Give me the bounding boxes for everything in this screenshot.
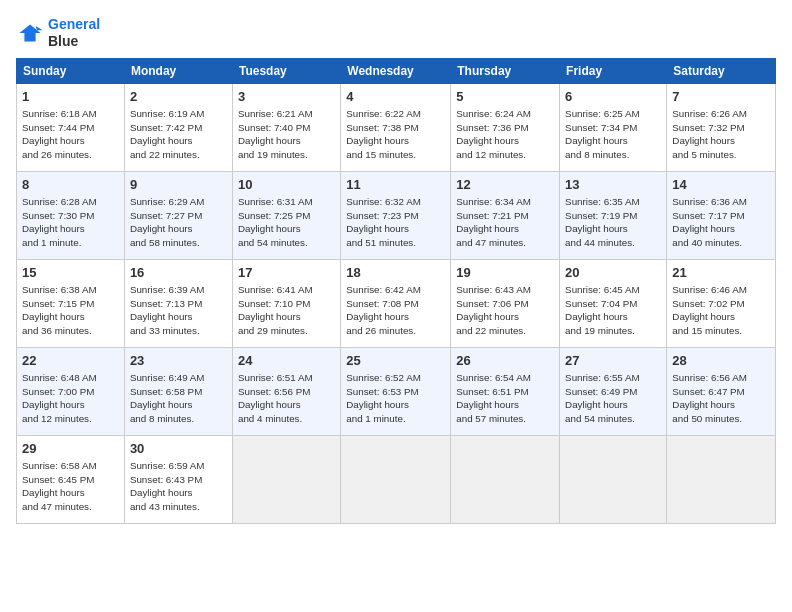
day-number: 12 (456, 176, 554, 194)
day-number: 21 (672, 264, 770, 282)
page-container: General Blue SundayMondayTuesdayWednesda… (0, 0, 792, 532)
cell-sunset: Sunset: 7:19 PM (565, 210, 637, 221)
weekday-header-row: SundayMondayTuesdayWednesdayThursdayFrid… (17, 58, 776, 83)
day-number: 13 (565, 176, 661, 194)
cell-daylight-value: and 29 minutes. (238, 325, 308, 336)
cell-sunset: Sunset: 7:38 PM (346, 122, 418, 133)
cell-sunset: Sunset: 7:02 PM (672, 298, 744, 309)
calendar-cell: 28Sunrise: 6:56 AMSunset: 6:47 PMDayligh… (667, 347, 776, 435)
calendar-cell: 7Sunrise: 6:26 AMSunset: 7:32 PMDaylight… (667, 83, 776, 171)
cell-sunset: Sunset: 6:43 PM (130, 474, 202, 485)
calendar-cell: 21Sunrise: 6:46 AMSunset: 7:02 PMDayligh… (667, 259, 776, 347)
calendar-cell: 16Sunrise: 6:39 AMSunset: 7:13 PMDayligh… (124, 259, 232, 347)
cell-daylight-label: Daylight hours (22, 135, 85, 146)
day-number: 9 (130, 176, 227, 194)
day-number: 4 (346, 88, 445, 106)
cell-daylight-label: Daylight hours (346, 223, 409, 234)
cell-daylight-label: Daylight hours (130, 399, 193, 410)
cell-daylight-label: Daylight hours (456, 135, 519, 146)
cell-sunrise: Sunrise: 6:43 AM (456, 284, 531, 295)
cell-daylight-label: Daylight hours (238, 311, 301, 322)
cell-daylight-value: and 26 minutes. (22, 149, 92, 160)
calendar-cell: 5Sunrise: 6:24 AMSunset: 7:36 PMDaylight… (451, 83, 560, 171)
cell-sunrise: Sunrise: 6:36 AM (672, 196, 747, 207)
cell-sunset: Sunset: 7:00 PM (22, 386, 94, 397)
cell-daylight-value: and 26 minutes. (346, 325, 416, 336)
cell-sunrise: Sunrise: 6:52 AM (346, 372, 421, 383)
weekday-header: Sunday (17, 58, 125, 83)
cell-sunrise: Sunrise: 6:54 AM (456, 372, 531, 383)
day-number: 16 (130, 264, 227, 282)
cell-daylight-value: and 54 minutes. (565, 413, 635, 424)
cell-daylight-label: Daylight hours (565, 135, 628, 146)
calendar-cell (560, 435, 667, 523)
calendar-cell: 18Sunrise: 6:42 AMSunset: 7:08 PMDayligh… (341, 259, 451, 347)
cell-sunrise: Sunrise: 6:32 AM (346, 196, 421, 207)
cell-sunset: Sunset: 7:42 PM (130, 122, 202, 133)
cell-sunset: Sunset: 7:04 PM (565, 298, 637, 309)
cell-sunset: Sunset: 7:30 PM (22, 210, 94, 221)
calendar-cell: 17Sunrise: 6:41 AMSunset: 7:10 PMDayligh… (232, 259, 340, 347)
cell-sunrise: Sunrise: 6:42 AM (346, 284, 421, 295)
calendar-cell: 30Sunrise: 6:59 AMSunset: 6:43 PMDayligh… (124, 435, 232, 523)
cell-daylight-label: Daylight hours (672, 311, 735, 322)
calendar-cell (451, 435, 560, 523)
calendar-cell: 11Sunrise: 6:32 AMSunset: 7:23 PMDayligh… (341, 171, 451, 259)
cell-daylight-label: Daylight hours (672, 223, 735, 234)
day-number: 10 (238, 176, 335, 194)
cell-daylight-label: Daylight hours (22, 399, 85, 410)
day-number: 18 (346, 264, 445, 282)
calendar-cell: 22Sunrise: 6:48 AMSunset: 7:00 PMDayligh… (17, 347, 125, 435)
calendar-table: SundayMondayTuesdayWednesdayThursdayFrid… (16, 58, 776, 524)
calendar-cell: 25Sunrise: 6:52 AMSunset: 6:53 PMDayligh… (341, 347, 451, 435)
cell-sunset: Sunset: 6:47 PM (672, 386, 744, 397)
cell-sunrise: Sunrise: 6:56 AM (672, 372, 747, 383)
cell-sunrise: Sunrise: 6:35 AM (565, 196, 640, 207)
cell-sunset: Sunset: 7:23 PM (346, 210, 418, 221)
cell-sunset: Sunset: 7:15 PM (22, 298, 94, 309)
day-number: 15 (22, 264, 119, 282)
cell-daylight-value: and 4 minutes. (238, 413, 302, 424)
cell-daylight-value: and 51 minutes. (346, 237, 416, 248)
cell-sunrise: Sunrise: 6:26 AM (672, 108, 747, 119)
day-number: 19 (456, 264, 554, 282)
calendar-week-row: 8Sunrise: 6:28 AMSunset: 7:30 PMDaylight… (17, 171, 776, 259)
cell-daylight-label: Daylight hours (565, 311, 628, 322)
cell-sunset: Sunset: 7:21 PM (456, 210, 528, 221)
cell-sunrise: Sunrise: 6:28 AM (22, 196, 97, 207)
cell-sunset: Sunset: 7:10 PM (238, 298, 310, 309)
cell-daylight-label: Daylight hours (238, 135, 301, 146)
day-number: 24 (238, 352, 335, 370)
day-number: 28 (672, 352, 770, 370)
day-number: 6 (565, 88, 661, 106)
weekday-header: Wednesday (341, 58, 451, 83)
cell-sunset: Sunset: 7:27 PM (130, 210, 202, 221)
calendar-week-row: 22Sunrise: 6:48 AMSunset: 7:00 PMDayligh… (17, 347, 776, 435)
cell-daylight-value: and 40 minutes. (672, 237, 742, 248)
cell-sunset: Sunset: 7:06 PM (456, 298, 528, 309)
cell-daylight-value: and 47 minutes. (22, 501, 92, 512)
day-number: 26 (456, 352, 554, 370)
calendar-week-row: 1Sunrise: 6:18 AMSunset: 7:44 PMDaylight… (17, 83, 776, 171)
cell-daylight-label: Daylight hours (346, 399, 409, 410)
day-number: 7 (672, 88, 770, 106)
cell-sunset: Sunset: 6:53 PM (346, 386, 418, 397)
cell-sunset: Sunset: 6:58 PM (130, 386, 202, 397)
cell-sunset: Sunset: 7:32 PM (672, 122, 744, 133)
day-number: 3 (238, 88, 335, 106)
cell-daylight-label: Daylight hours (22, 223, 85, 234)
cell-daylight-value: and 44 minutes. (565, 237, 635, 248)
cell-sunset: Sunset: 6:56 PM (238, 386, 310, 397)
calendar-cell: 26Sunrise: 6:54 AMSunset: 6:51 PMDayligh… (451, 347, 560, 435)
weekday-header: Thursday (451, 58, 560, 83)
cell-sunrise: Sunrise: 6:38 AM (22, 284, 97, 295)
calendar-cell: 23Sunrise: 6:49 AMSunset: 6:58 PMDayligh… (124, 347, 232, 435)
calendar-cell (341, 435, 451, 523)
day-number: 23 (130, 352, 227, 370)
calendar-cell (232, 435, 340, 523)
cell-daylight-value: and 15 minutes. (672, 325, 742, 336)
svg-marker-1 (36, 26, 43, 30)
weekday-header: Tuesday (232, 58, 340, 83)
cell-sunrise: Sunrise: 6:48 AM (22, 372, 97, 383)
cell-sunrise: Sunrise: 6:45 AM (565, 284, 640, 295)
